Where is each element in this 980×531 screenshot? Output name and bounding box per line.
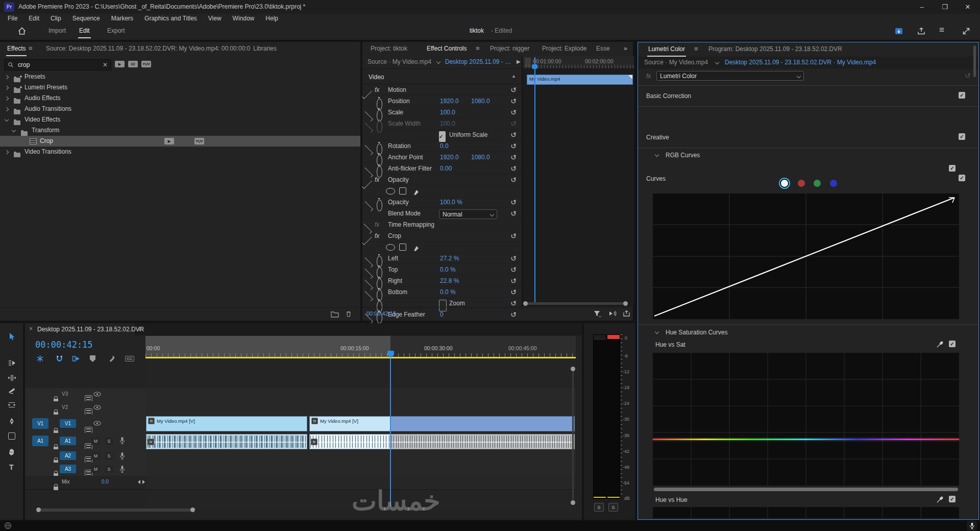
- menu-view[interactable]: View: [203, 15, 227, 22]
- show-timeline-icon[interactable]: ▶: [517, 59, 521, 64]
- blend-mode-select[interactable]: Normal: [439, 209, 497, 220]
- chevron-down-icon[interactable]: [436, 60, 440, 64]
- video-clip-2[interactable]: fxMy Video.mp4 [V]: [309, 416, 391, 431]
- tree-item-audio-transitions[interactable]: Audio Transitions: [0, 104, 360, 114]
- track-name[interactable]: V2: [62, 404, 68, 410]
- blue-channel-dot[interactable]: [830, 180, 837, 187]
- tab-libraries[interactable]: Libraries: [253, 45, 277, 52]
- chevron-down-icon[interactable]: [12, 128, 16, 132]
- basic-correction-checkbox[interactable]: ✓: [959, 92, 965, 99]
- horizontal-scrollbar[interactable]: [39, 509, 192, 512]
- ripple-edit-tool[interactable]: [8, 374, 16, 382]
- tree-item-transform[interactable]: Transform: [0, 125, 360, 136]
- ec-playhead-line[interactable]: [534, 57, 535, 302]
- menu-help[interactable]: Help: [260, 15, 284, 22]
- microphone-icon[interactable]: [967, 521, 977, 531]
- eyedropper-icon[interactable]: [936, 341, 944, 348]
- source-patch-a1[interactable]: A1: [32, 436, 48, 446]
- add-marker-icon[interactable]: [90, 355, 95, 362]
- reset-icon[interactable]: ↺: [510, 107, 517, 117]
- tab-program-monitor[interactable]: Program: Desktop 2025.11.09 - 23.18.52.0…: [708, 45, 842, 53]
- scale-value[interactable]: 100.0: [440, 107, 455, 117]
- solo-button[interactable]: S: [105, 437, 113, 445]
- play-audio-icon[interactable]: [608, 310, 617, 317]
- reset-icon[interactable]: ↺: [510, 84, 517, 95]
- track-header-a2[interactable]: A2 M S: [25, 449, 145, 463]
- tab-project-2[interactable]: Project: nigger: [490, 45, 529, 52]
- h-scroll-handle-right[interactable]: [190, 508, 195, 512]
- chevron-right-icon[interactable]: [5, 150, 9, 154]
- section-basic-correction[interactable]: Basic Correction ✓: [638, 85, 977, 107]
- workspaces-menu-icon[interactable]: ≡: [939, 25, 944, 35]
- ec-clip-bar[interactable]: My Video.mp4: [527, 75, 633, 85]
- hue-saturation-curves-header[interactable]: Hue Saturation Curves: [638, 324, 977, 339]
- tab-import[interactable]: Import: [48, 27, 66, 34]
- track-lane-a2[interactable]: [145, 449, 576, 463]
- solo-right-button[interactable]: S: [608, 503, 618, 512]
- v-scroll-handle-top[interactable]: [571, 367, 575, 371]
- position-y-value[interactable]: 1080.0: [471, 95, 490, 106]
- search-input[interactable]: [17, 61, 95, 69]
- export-frame-icon[interactable]: [623, 310, 630, 317]
- rgb-curve-graph[interactable]: [653, 194, 959, 319]
- close-tab-icon[interactable]: ×: [29, 325, 33, 332]
- mix-level-value[interactable]: 0.0: [102, 479, 109, 485]
- tab-edit[interactable]: Edit: [79, 27, 90, 34]
- curves-checkbox[interactable]: ✓: [959, 175, 965, 181]
- tree-item-presets[interactable]: Presets: [0, 71, 360, 82]
- h-scroll-handle-left[interactable]: [36, 508, 41, 512]
- ec-lane-scrollbar[interactable]: [525, 302, 626, 305]
- audio-clip-3[interactable]: [390, 434, 575, 449]
- tab-lumetri-color[interactable]: Lumetri Color: [648, 45, 685, 53]
- mute-button[interactable]: M: [91, 452, 100, 460]
- menu-file[interactable]: File: [2, 15, 23, 22]
- snap-magnet-icon[interactable]: [56, 355, 63, 363]
- rect-mask-icon[interactable]: [399, 244, 406, 251]
- mute-button[interactable]: M: [91, 465, 100, 473]
- section-creative[interactable]: Creative ✓: [638, 127, 977, 148]
- track-output-icon[interactable]: [85, 395, 92, 402]
- home-icon[interactable]: [17, 27, 27, 36]
- tab-effects[interactable]: Effects: [7, 45, 26, 52]
- track-name[interactable]: V1: [60, 419, 76, 428]
- effects-search-field[interactable]: ✕: [4, 59, 111, 70]
- playhead-line[interactable]: [390, 358, 391, 506]
- menu-graphics-titles[interactable]: Graphics and Titles: [139, 15, 203, 22]
- globe-icon[interactable]: [4, 522, 12, 529]
- tracks-vertical-scrollbar[interactable]: [572, 370, 574, 502]
- type-tool[interactable]: T: [9, 463, 14, 471]
- hue-vs-sat-checkbox[interactable]: ✓: [949, 341, 955, 347]
- tab-overflow-icon[interactable]: »: [624, 45, 627, 52]
- reset-icon[interactable]: ↺: [510, 286, 517, 297]
- video-clip-1[interactable]: fxMy Video.mp4 [V]: [146, 416, 307, 431]
- video-clip-3[interactable]: [390, 416, 575, 431]
- hue-vs-hue-checkbox[interactable]: ✓: [949, 496, 955, 502]
- track-name[interactable]: V3: [62, 391, 68, 397]
- chevron-down-icon[interactable]: [715, 60, 719, 64]
- red-channel-dot[interactable]: [798, 180, 805, 187]
- menu-window[interactable]: Window: [227, 15, 260, 22]
- hue-spectrum-curve[interactable]: [653, 439, 959, 440]
- track-output-icon[interactable]: [85, 427, 92, 433]
- solo-left-button[interactable]: S: [594, 503, 604, 512]
- chevron-right-icon[interactable]: [5, 107, 9, 111]
- clip-indicator-left[interactable]: [594, 335, 606, 340]
- chevron-down-icon[interactable]: [5, 117, 9, 122]
- tab-effect-controls[interactable]: Effect Controls: [427, 45, 467, 52]
- tab-source-monitor[interactable]: Source: Desktop 2025.11.09 - 23.18.52.02…: [46, 45, 250, 52]
- track-header-mix[interactable]: Mix 0.0: [25, 476, 145, 490]
- lumetri-effect-select[interactable]: Lumetri Color: [656, 71, 804, 81]
- reset-icon[interactable]: ↺: [510, 208, 517, 219]
- v-scroll-handle-bottom[interactable]: [571, 500, 575, 505]
- lock-icon[interactable]: [54, 487, 58, 490]
- crop-left-value[interactable]: 27.2 %: [440, 253, 459, 263]
- accelerated-effects-filter-icon[interactable]: ▶: [115, 61, 125, 67]
- track-name[interactable]: A3: [60, 465, 76, 473]
- track-header-v3[interactable]: V3: [25, 388, 145, 402]
- track-header-v2[interactable]: V2: [25, 401, 145, 415]
- mic-icon[interactable]: [119, 465, 126, 473]
- ec-timecode[interactable]: 00:00:42:15: [366, 310, 396, 317]
- menu-markers[interactable]: Markers: [106, 15, 139, 22]
- filter-properties-icon[interactable]: [593, 310, 601, 318]
- slip-tool[interactable]: [8, 401, 16, 409]
